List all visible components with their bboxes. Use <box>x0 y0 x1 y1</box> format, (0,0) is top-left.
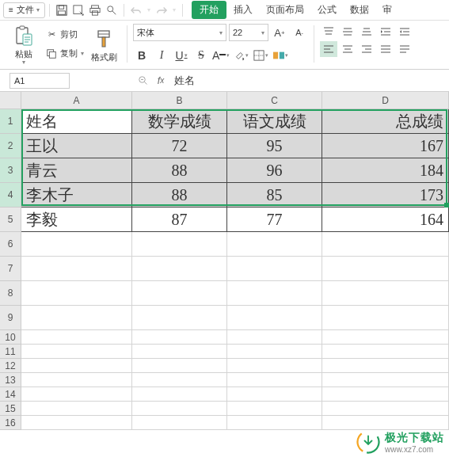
cell[interactable] <box>21 281 132 306</box>
cell[interactable] <box>132 257 227 281</box>
bold-button[interactable]: B <box>133 47 150 64</box>
cell[interactable]: 姓名 <box>21 109 132 134</box>
cell[interactable] <box>21 387 132 402</box>
cell[interactable]: 164 <box>322 208 449 232</box>
cell[interactable] <box>21 359 132 373</box>
cell[interactable] <box>322 306 449 330</box>
cell[interactable]: 88 <box>132 158 227 183</box>
cell[interactable] <box>227 330 322 345</box>
cell[interactable] <box>132 330 227 345</box>
cell[interactable] <box>21 373 132 387</box>
cell[interactable]: 87 <box>132 208 227 232</box>
row-header[interactable]: 15 <box>0 402 21 416</box>
cell[interactable]: 95 <box>227 134 322 158</box>
tab-formula[interactable]: 公式 <box>311 1 343 19</box>
row-header[interactable]: 9 <box>0 306 21 330</box>
cell[interactable] <box>21 330 132 345</box>
cell[interactable] <box>227 416 322 430</box>
strikethrough-button[interactable]: S <box>192 47 210 64</box>
cell[interactable] <box>132 281 227 306</box>
save-as-icon[interactable] <box>70 2 86 18</box>
paste-button[interactable]: 粘贴 ▾ <box>6 24 41 67</box>
cell[interactable] <box>132 232 227 257</box>
cell[interactable]: 数学成绩 <box>132 109 227 134</box>
copy-button[interactable]: 复制 ▾ <box>43 45 86 63</box>
cell[interactable] <box>21 257 132 281</box>
tab-start[interactable]: 开始 <box>192 1 226 19</box>
justify-button[interactable] <box>377 41 394 57</box>
cell[interactable]: 72 <box>132 134 227 158</box>
cell[interactable] <box>322 416 449 430</box>
row-header[interactable]: 3 <box>0 158 21 183</box>
cell[interactable] <box>227 257 322 281</box>
cell-style-button[interactable] <box>272 47 289 64</box>
cancel-icon[interactable] <box>135 72 152 89</box>
cell[interactable]: 青云 <box>21 158 132 183</box>
row-header[interactable]: 1 <box>0 109 21 134</box>
cell[interactable]: 173 <box>322 183 449 208</box>
cell[interactable] <box>227 402 322 416</box>
row-header[interactable]: 7 <box>0 257 21 281</box>
column-header[interactable]: A <box>21 92 132 109</box>
tab-insert[interactable]: 插入 <box>227 1 259 19</box>
cell[interactable]: 85 <box>227 183 322 208</box>
cell[interactable] <box>132 387 227 402</box>
underline-button[interactable]: U <box>173 47 190 64</box>
spreadsheet-grid[interactable]: ABCD 12345678910111213141516 姓名数学成绩语文成绩总… <box>0 92 449 476</box>
undo-icon[interactable] <box>128 2 144 18</box>
row-header[interactable]: 4 <box>0 183 21 208</box>
cell[interactable] <box>21 232 132 257</box>
cell[interactable] <box>21 306 132 330</box>
cell[interactable]: 96 <box>227 158 322 183</box>
redo-icon[interactable] <box>154 2 169 18</box>
row-header[interactable]: 2 <box>0 134 21 158</box>
cell[interactable]: 88 <box>132 183 227 208</box>
cell[interactable] <box>132 345 227 359</box>
fill-color-button[interactable] <box>232 47 249 64</box>
row-header[interactable]: 11 <box>0 345 21 359</box>
font-size-select[interactable]: 22 ▾ <box>229 24 268 41</box>
cell[interactable] <box>227 387 322 402</box>
cell[interactable] <box>322 281 449 306</box>
tab-layout[interactable]: 页面布局 <box>260 1 310 19</box>
cell[interactable] <box>227 306 322 330</box>
cell[interactable]: 184 <box>322 158 449 183</box>
cell[interactable]: 语文成绩 <box>227 109 322 134</box>
row-header[interactable]: 10 <box>0 330 21 345</box>
tab-data[interactable]: 数据 <box>344 1 375 19</box>
cell[interactable]: 王以 <box>21 134 132 158</box>
print-icon[interactable] <box>87 2 103 18</box>
name-box[interactable]: A1 <box>10 73 70 89</box>
column-headers[interactable]: ABCD <box>21 92 449 109</box>
cell[interactable] <box>132 306 227 330</box>
distribute-button[interactable] <box>396 41 413 57</box>
tab-review[interactable]: 审 <box>376 1 398 19</box>
cell[interactable] <box>322 373 449 387</box>
cell[interactable] <box>322 387 449 402</box>
align-middle-button[interactable] <box>339 24 356 40</box>
redo-dropdown-icon[interactable]: ▾ <box>170 2 178 18</box>
cell[interactable] <box>322 359 449 373</box>
increase-font-button[interactable]: A+ <box>271 24 288 41</box>
row-headers[interactable]: 12345678910111213141516 <box>0 109 21 430</box>
cell[interactable] <box>322 330 449 345</box>
cell[interactable] <box>322 232 449 257</box>
decrease-font-button[interactable]: A- <box>291 24 308 41</box>
cell[interactable] <box>227 281 322 306</box>
italic-button[interactable]: I <box>153 47 170 64</box>
cell[interactable] <box>227 345 322 359</box>
cell[interactable]: 李木子 <box>21 183 132 208</box>
cell[interactable] <box>132 359 227 373</box>
format-painter-button[interactable]: 格式刷 <box>86 24 121 67</box>
align-center-button[interactable] <box>339 41 356 57</box>
cut-button[interactable]: ✂ 剪切 <box>43 26 86 44</box>
row-header[interactable]: 16 <box>0 416 21 430</box>
cell[interactable] <box>21 416 132 430</box>
select-all-corner[interactable] <box>0 92 21 109</box>
row-header[interactable]: 12 <box>0 359 21 373</box>
increase-indent-button[interactable] <box>396 24 413 40</box>
cell[interactable] <box>132 373 227 387</box>
column-header[interactable]: B <box>132 92 227 109</box>
cell[interactable] <box>21 402 132 416</box>
row-header[interactable]: 5 <box>0 208 21 232</box>
